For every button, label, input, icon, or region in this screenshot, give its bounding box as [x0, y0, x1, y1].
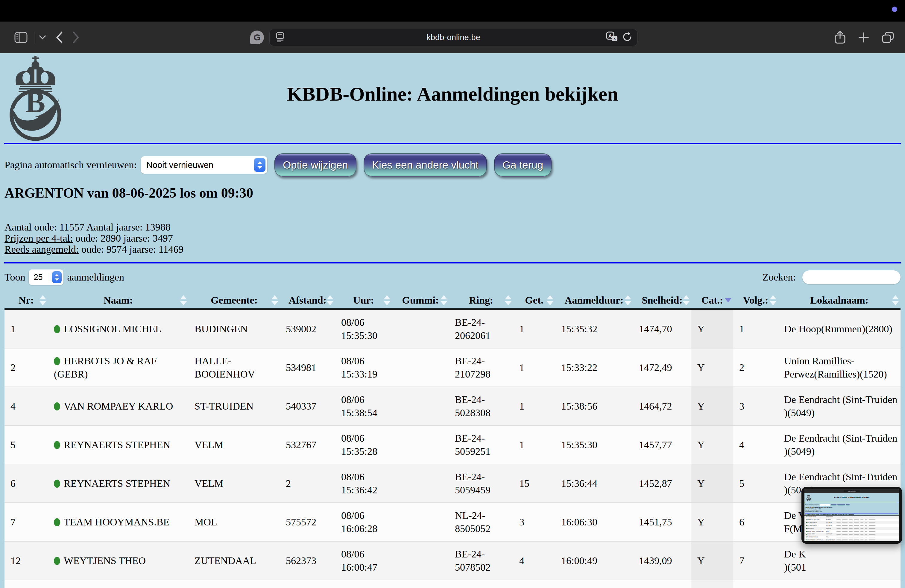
- column-header-nr[interactable]: Nr:: [5, 292, 48, 309]
- cell-volg: 2: [733, 348, 778, 387]
- sidebar-icon: [14, 32, 27, 43]
- table-row: 7TEAM HOOYMANS.BEMOL57557208/0616:06:28N…: [5, 503, 900, 541]
- translate-icon[interactable]: Ax: [606, 32, 618, 43]
- sidebar-toggle-button[interactable]: [14, 32, 27, 43]
- pip-cell-bar: [861, 525, 864, 526]
- cell-nr: 2: [5, 348, 48, 387]
- pip-cell-bar: [849, 531, 853, 532]
- select-stepper-icon: [52, 271, 62, 283]
- pip-cell-name: DELSKE DIDIER: [807, 534, 826, 535]
- status-dot-icon: [54, 357, 60, 365]
- pip-kbdb-logo: B: [806, 494, 811, 501]
- column-header-snelheid[interactable]: Snelheid:: [633, 292, 691, 309]
- pip-cell-bar: [865, 539, 867, 540]
- pip-status-dot-icon: [806, 537, 807, 537]
- pip-cell-bar: [837, 523, 841, 523]
- cell-uur: 08/0615:36:42: [335, 464, 392, 503]
- column-header-get[interactable]: Get.: [513, 292, 555, 309]
- pip-cell-bar: [865, 528, 867, 529]
- column-label: Cat.:: [702, 295, 723, 306]
- go-back-button[interactable]: Ga terug: [494, 153, 552, 176]
- page-length-select[interactable]: 25: [29, 269, 64, 285]
- pip-cell-bar: [861, 534, 864, 535]
- table-row: 6REYNAERTS STEPHENVELM208/0615:36:42BE-2…: [5, 464, 900, 503]
- chevron-left-icon: [56, 32, 62, 43]
- cell-cat: Y: [691, 309, 733, 348]
- cell-afstand: 2: [280, 464, 335, 503]
- pip-status-dot-icon: [806, 528, 807, 529]
- refresh-select[interactable]: Nooit vernieuwen: [141, 156, 267, 174]
- stats-link[interactable]: Reeds aangemeld:: [5, 244, 79, 255]
- share-button[interactable]: [834, 31, 846, 44]
- column-header-naam[interactable]: Naam:: [48, 292, 189, 309]
- stats-line: Aantal oude: 11557 Aantal jaarse: 13988: [5, 222, 183, 233]
- pip-cell-bar: [854, 539, 859, 540]
- cell-volg: 5: [733, 464, 778, 503]
- cell-naam: LOSSIGNOL MICHEL: [48, 309, 189, 348]
- search-input[interactable]: [802, 270, 900, 284]
- cell-ring: NL-24-8505052: [449, 503, 513, 541]
- column-header-uur[interactable]: Uur:: [335, 292, 392, 309]
- column-label: Uur:: [353, 295, 374, 306]
- pip-cell-gemeente: GEETBETS: [826, 522, 837, 523]
- pip-cell-bar: [854, 528, 859, 529]
- cell-naam: TEAM HOOYMANS.BE: [48, 503, 189, 541]
- tab-overview-button[interactable]: [882, 32, 894, 43]
- change-option-button[interactable]: Optie wijzigen: [275, 153, 356, 176]
- pip-cell-name: CLEEREN ANDRE: [807, 516, 826, 518]
- pip-window[interactable]: kbdb-online.be B KBDB-Online: Aanmelding…: [802, 487, 902, 544]
- pip-cell-bar: [869, 539, 875, 540]
- grammarly-extension-icon[interactable]: G: [250, 30, 264, 44]
- column-header-lokaalnaam[interactable]: Lokaalnaam:: [778, 292, 900, 309]
- pip-table-row: BOSSON ROBBY - VRANKEN MAGLIT: [805, 530, 899, 533]
- table-row: 5REYNAERTS STEPHENVELM53276708/0615:35:2…: [5, 426, 900, 464]
- flight-heading: ARGENTON van 08-06-2025 los om 09:30: [5, 185, 253, 201]
- choose-other-flight-button[interactable]: Kies een andere vlucht: [364, 153, 487, 176]
- back-button[interactable]: [56, 32, 62, 43]
- cell-gummi: [392, 348, 449, 387]
- column-header-aanmelduur[interactable]: Aanmelduur:: [555, 292, 633, 309]
- stats-link[interactable]: Prijzen per 4-tal:: [5, 233, 73, 244]
- refresh-select-value: Nooit vernieuwen: [146, 160, 213, 170]
- column-header-afstand[interactable]: Afstand:: [280, 292, 335, 309]
- cell-gemeente: MOL: [189, 503, 280, 541]
- cell-gummi: [392, 503, 449, 541]
- cell-afstand: 539002: [280, 309, 335, 348]
- pip-cell-bar: [837, 525, 841, 526]
- column-header-cat[interactable]: Cat.:: [691, 292, 733, 309]
- pip-table-row: SAPIN DENISINCOURT: [805, 527, 899, 530]
- cell-get: 4: [513, 541, 555, 580]
- pip-cell-name: VAN DE POEL YVES: [807, 522, 826, 523]
- pip-cell-name: VAN DE POEL YVES: [807, 525, 826, 526]
- pip-cell-bar: [842, 520, 848, 520]
- sort-arrows-icon: [625, 295, 631, 305]
- reload-icon[interactable]: [622, 32, 632, 43]
- new-tab-button[interactable]: [858, 32, 869, 43]
- pip-cell-bar: [842, 537, 848, 538]
- column-header-gummi[interactable]: Gummi:: [392, 292, 449, 309]
- cell-aanmelduur: 15:36:44: [555, 464, 633, 503]
- cell-afstand: 540337: [280, 387, 335, 426]
- cell-lokaal: De W)(2358): [778, 580, 900, 588]
- sidebar-chevron-button[interactable]: [39, 35, 46, 40]
- pip-cell-gemeente: DIEPENBEEK: [826, 516, 837, 518]
- pip-cell-bar: [861, 531, 864, 532]
- svg-text:x: x: [613, 36, 616, 41]
- pip-cell-bar: [842, 525, 848, 526]
- pip-cell-bar: [865, 520, 867, 520]
- stats-line: Reeds aangemeld: oude: 9574 jaarse: 1146…: [5, 244, 183, 255]
- cell-snelheid: 1474,70: [633, 309, 691, 348]
- pip-table-body: CLEEREN ANDREDIEPENBEEKTOURNELLE - HUA F…: [805, 516, 899, 541]
- cell-snelheid: 1464,72: [633, 387, 691, 426]
- page-title: KBDB-Online: Aanmeldingen bekijken: [0, 83, 905, 105]
- column-header-volg[interactable]: Volg.:: [733, 292, 778, 309]
- cell-gemeente: VELM: [189, 426, 280, 464]
- address-bar[interactable]: kbdb-online.be Ax: [269, 29, 637, 46]
- reader-icon[interactable]: [276, 32, 284, 43]
- column-label: Gummi:: [402, 295, 439, 306]
- cell-cat: Y: [691, 541, 733, 580]
- column-header-gemeente[interactable]: Gemeente:: [189, 292, 280, 309]
- cell-uur: 08/0615:35:30: [335, 309, 392, 348]
- column-header-ring[interactable]: Ring:: [449, 292, 513, 309]
- forward-button[interactable]: [73, 32, 79, 43]
